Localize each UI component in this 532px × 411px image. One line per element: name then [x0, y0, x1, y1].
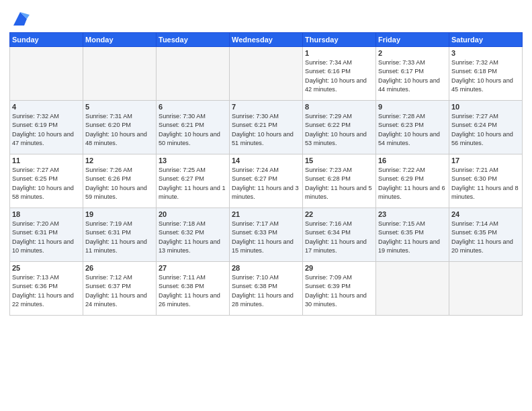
calendar-day-cell: 10Sunrise: 7:27 AMSunset: 6:24 PMDayligh…: [449, 101, 523, 154]
calendar-day-cell: 20Sunrise: 7:18 AMSunset: 6:32 PMDayligh…: [157, 208, 230, 262]
day-info: Sunrise: 7:27 AMSunset: 6:24 PMDaylight:…: [451, 112, 520, 148]
calendar-day-cell: 15Sunrise: 7:23 AMSunset: 6:28 PMDayligh…: [303, 154, 376, 208]
day-info: Sunrise: 7:25 AMSunset: 6:27 PMDaylight:…: [159, 166, 227, 201]
calendar-week-row: 4Sunrise: 7:32 AMSunset: 6:19 PMDaylight…: [10, 101, 523, 154]
day-info: Sunrise: 7:31 AMSunset: 6:20 PMDaylight:…: [85, 112, 154, 148]
day-info: Sunrise: 7:17 AMSunset: 6:33 PMDaylight:…: [232, 220, 300, 255]
day-info: Sunrise: 7:16 AMSunset: 6:34 PMDaylight:…: [305, 220, 373, 255]
day-number: 15: [305, 156, 373, 165]
calendar-weekday-tuesday: Tuesday: [157, 33, 230, 47]
logo: [9, 9, 30, 28]
day-info: Sunrise: 7:22 AMSunset: 6:29 PMDaylight:…: [378, 166, 447, 201]
calendar-day-cell: 5Sunrise: 7:31 AMSunset: 6:20 PMDaylight…: [83, 101, 157, 154]
day-number: 26: [85, 264, 154, 272]
calendar-day-cell: 21Sunrise: 7:17 AMSunset: 6:33 PMDayligh…: [230, 208, 303, 262]
day-number: 18: [12, 210, 81, 218]
page-header: [9, 7, 523, 28]
day-number: 5: [85, 103, 154, 111]
day-info: Sunrise: 7:27 AMSunset: 6:25 PMDaylight:…: [12, 166, 81, 201]
day-info: Sunrise: 7:13 AMSunset: 6:36 PMDaylight:…: [12, 273, 81, 309]
calendar-day-cell: [449, 262, 523, 316]
day-info: Sunrise: 7:26 AMSunset: 6:26 PMDaylight:…: [85, 166, 154, 201]
day-number: 7: [232, 103, 300, 111]
day-number: 24: [451, 210, 520, 218]
day-number: 14: [232, 156, 300, 165]
logo-icon: [11, 9, 30, 28]
day-number: 29: [305, 264, 373, 272]
day-info: Sunrise: 7:14 AMSunset: 6:35 PMDaylight:…: [451, 220, 520, 255]
calendar-day-cell: 4Sunrise: 7:32 AMSunset: 6:19 PMDaylight…: [10, 101, 83, 154]
calendar-week-row: 18Sunrise: 7:20 AMSunset: 6:31 PMDayligh…: [10, 208, 523, 262]
day-number: 27: [159, 264, 227, 272]
calendar-day-cell: 24Sunrise: 7:14 AMSunset: 6:35 PMDayligh…: [449, 208, 523, 262]
calendar-weekday-thursday: Thursday: [303, 33, 376, 47]
calendar-day-cell: 19Sunrise: 7:19 AMSunset: 6:31 PMDayligh…: [83, 208, 157, 262]
calendar-day-cell: 7Sunrise: 7:30 AMSunset: 6:21 PMDaylight…: [230, 101, 303, 154]
calendar-table: SundayMondayTuesdayWednesdayThursdayFrid…: [9, 32, 523, 316]
calendar-day-cell: 22Sunrise: 7:16 AMSunset: 6:34 PMDayligh…: [303, 208, 376, 262]
calendar-day-cell: 13Sunrise: 7:25 AMSunset: 6:27 PMDayligh…: [157, 154, 230, 208]
day-number: 23: [378, 210, 447, 218]
day-number: 10: [451, 103, 520, 111]
day-number: 8: [305, 103, 373, 111]
calendar-weekday-friday: Friday: [376, 33, 449, 47]
calendar-day-cell: 25Sunrise: 7:13 AMSunset: 6:36 PMDayligh…: [10, 262, 83, 316]
day-info: Sunrise: 7:18 AMSunset: 6:32 PMDaylight:…: [159, 220, 227, 255]
day-info: Sunrise: 7:24 AMSunset: 6:27 PMDaylight:…: [232, 166, 300, 201]
day-info: Sunrise: 7:33 AMSunset: 6:17 PMDaylight:…: [378, 58, 447, 94]
calendar-day-cell: [376, 262, 449, 316]
calendar-day-cell: [83, 47, 157, 101]
day-info: Sunrise: 7:34 AMSunset: 6:16 PMDaylight:…: [305, 58, 373, 94]
calendar-week-row: 11Sunrise: 7:27 AMSunset: 6:25 PMDayligh…: [10, 154, 523, 208]
day-info: Sunrise: 7:23 AMSunset: 6:28 PMDaylight:…: [305, 166, 373, 201]
calendar-day-cell: [10, 47, 83, 101]
calendar-day-cell: [157, 47, 230, 101]
calendar-day-cell: 28Sunrise: 7:10 AMSunset: 6:38 PMDayligh…: [230, 262, 303, 316]
day-info: Sunrise: 7:20 AMSunset: 6:31 PMDaylight:…: [12, 220, 81, 255]
calendar-day-cell: 8Sunrise: 7:29 AMSunset: 6:22 PMDaylight…: [303, 101, 376, 154]
day-number: 12: [85, 156, 154, 165]
day-number: 20: [159, 210, 227, 218]
calendar-week-row: 25Sunrise: 7:13 AMSunset: 6:36 PMDayligh…: [10, 262, 523, 316]
calendar-day-cell: 23Sunrise: 7:15 AMSunset: 6:35 PMDayligh…: [376, 208, 449, 262]
day-info: Sunrise: 7:30 AMSunset: 6:21 PMDaylight:…: [159, 112, 227, 148]
calendar-day-cell: 6Sunrise: 7:30 AMSunset: 6:21 PMDaylight…: [157, 101, 230, 154]
day-info: Sunrise: 7:19 AMSunset: 6:31 PMDaylight:…: [85, 220, 154, 255]
calendar-week-row: 1Sunrise: 7:34 AMSunset: 6:16 PMDaylight…: [10, 47, 523, 101]
day-number: 22: [305, 210, 373, 218]
day-info: Sunrise: 7:11 AMSunset: 6:38 PMDaylight:…: [159, 273, 227, 309]
calendar-day-cell: 11Sunrise: 7:27 AMSunset: 6:25 PMDayligh…: [10, 154, 83, 208]
day-info: Sunrise: 7:09 AMSunset: 6:39 PMDaylight:…: [305, 273, 373, 309]
day-number: 2: [378, 49, 447, 57]
calendar-day-cell: 9Sunrise: 7:28 AMSunset: 6:23 PMDaylight…: [376, 101, 449, 154]
day-number: 19: [85, 210, 154, 218]
day-number: 6: [159, 103, 227, 111]
day-number: 11: [12, 156, 81, 165]
calendar-day-cell: 2Sunrise: 7:33 AMSunset: 6:17 PMDaylight…: [376, 47, 449, 101]
day-info: Sunrise: 7:12 AMSunset: 6:37 PMDaylight:…: [85, 273, 154, 309]
page-container: SundayMondayTuesdayWednesdayThursdayFrid…: [0, 0, 532, 411]
day-number: 25: [12, 264, 81, 272]
calendar-day-cell: 12Sunrise: 7:26 AMSunset: 6:26 PMDayligh…: [83, 154, 157, 208]
day-number: 13: [159, 156, 227, 165]
day-info: Sunrise: 7:30 AMSunset: 6:21 PMDaylight:…: [232, 112, 300, 148]
calendar-day-cell: [230, 47, 303, 101]
calendar-weekday-sunday: Sunday: [10, 33, 83, 47]
calendar-day-cell: 14Sunrise: 7:24 AMSunset: 6:27 PMDayligh…: [230, 154, 303, 208]
calendar-day-cell: 16Sunrise: 7:22 AMSunset: 6:29 PMDayligh…: [376, 154, 449, 208]
calendar-day-cell: 3Sunrise: 7:32 AMSunset: 6:18 PMDaylight…: [449, 47, 523, 101]
day-info: Sunrise: 7:21 AMSunset: 6:30 PMDaylight:…: [451, 166, 520, 201]
day-info: Sunrise: 7:15 AMSunset: 6:35 PMDaylight:…: [378, 220, 447, 255]
day-number: 4: [12, 103, 81, 111]
day-number: 9: [378, 103, 447, 111]
calendar-header-row: SundayMondayTuesdayWednesdayThursdayFrid…: [10, 33, 523, 47]
day-info: Sunrise: 7:10 AMSunset: 6:38 PMDaylight:…: [232, 273, 300, 309]
calendar-day-cell: 18Sunrise: 7:20 AMSunset: 6:31 PMDayligh…: [10, 208, 83, 262]
day-info: Sunrise: 7:28 AMSunset: 6:23 PMDaylight:…: [378, 112, 447, 148]
day-info: Sunrise: 7:29 AMSunset: 6:22 PMDaylight:…: [305, 112, 373, 148]
day-info: Sunrise: 7:32 AMSunset: 6:18 PMDaylight:…: [451, 58, 520, 94]
day-number: 28: [232, 264, 300, 272]
day-number: 16: [378, 156, 447, 165]
day-number: 17: [451, 156, 520, 165]
calendar-day-cell: 26Sunrise: 7:12 AMSunset: 6:37 PMDayligh…: [83, 262, 157, 316]
